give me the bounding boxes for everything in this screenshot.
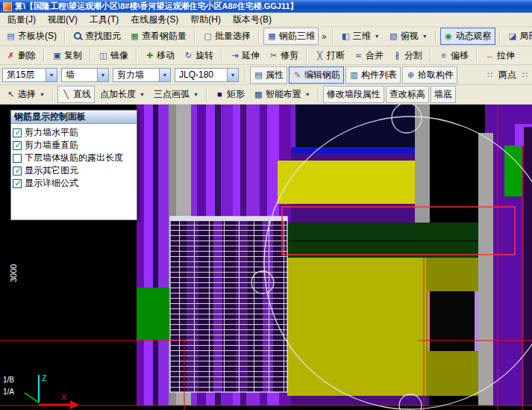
toolbar-overflow-chevron[interactable]: » — [320, 31, 328, 42]
stretch-icon — [485, 51, 495, 60]
trim-button[interactable]: 修剪 — [265, 47, 302, 64]
menu-online-services[interactable]: 在线服务(S) — [125, 12, 184, 28]
aux-axis-group: 两点 — [485, 66, 530, 84]
checkbox[interactable] — [13, 128, 22, 137]
separator — [221, 49, 222, 62]
batch-select-button[interactable]: 批量选择 — [199, 28, 254, 45]
titlebar[interactable]: 算\【国隆工程\望运观潮小区\8#楼\香河望运观潮住宅小区A8#住宅楼.GGJ1… — [0, 0, 532, 13]
smart-layout-dropdown[interactable]: 智能布置 ▼ — [250, 86, 314, 103]
edit-rebar-button[interactable]: 编辑钢筋 — [289, 66, 344, 84]
app-icon — [3, 2, 12, 11]
panel-body: 剪力墙水平筋 剪力墙垂直筋 下层墙体纵筋的露出长度 显示其它图元 显示详细公式 — [11, 124, 137, 220]
floor-select[interactable]: 第15层 ▼ — [2, 68, 57, 82]
partial-3d-button[interactable]: 局部三维 — [504, 28, 532, 45]
chevron-down-icon: ▼ — [422, 34, 428, 39]
dynamic-orbit-button[interactable]: 动态观察 — [440, 28, 495, 45]
panel-row-show-detailed-formula[interactable]: 显示详细公式 — [13, 177, 135, 190]
component-name-select[interactable]: JLQ-180 ▼ — [175, 68, 239, 82]
copy-button[interactable]: 复制 — [48, 47, 86, 64]
chevron-down-icon[interactable]: ▼ — [97, 69, 108, 81]
chevron-down-icon[interactable]: ▼ — [159, 69, 170, 81]
cube-3d-icon — [341, 31, 351, 41]
view-rebar-qty-button[interactable]: 查看钢筋量 — [126, 28, 190, 45]
pencil-icon — [292, 70, 302, 80]
move-icon — [145, 51, 154, 60]
mirror-button[interactable]: 镜像 — [95, 47, 132, 64]
panel-row-lower-wall-exposed-length[interactable]: 下层墙体纵筋的露出长度 — [13, 152, 135, 164]
checkbox-label: 剪力墙水平筋 — [25, 126, 78, 139]
break-button[interactable]: 打断 — [311, 47, 348, 64]
panel-title[interactable]: 钢筋显示控制面板 — [11, 111, 137, 124]
component-list-button[interactable]: 构件列表 — [345, 66, 401, 84]
merge-button[interactable]: 合并 — [350, 47, 387, 64]
rectangle-icon — [215, 90, 225, 99]
chevron-down-icon[interactable]: ▼ — [46, 69, 57, 81]
panel-row-show-other-elements[interactable]: 显示其它图元 — [13, 164, 135, 177]
type-select[interactable]: 剪力墙 ▼ — [113, 68, 171, 82]
chevron-down-icon: ▼ — [305, 92, 310, 97]
wall-bottom-button[interactable]: 墙底 — [431, 86, 456, 103]
separator — [306, 49, 307, 62]
aux-axis-icon[interactable] — [520, 70, 530, 80]
find-element-button[interactable]: 查找图元 — [69, 28, 125, 45]
arc-3pt-dropdown[interactable]: 三点画弧 ▼ — [150, 86, 202, 103]
orbit-icon — [444, 31, 454, 41]
trim-icon — [269, 51, 278, 60]
attributes-button[interactable]: 属性 — [250, 66, 287, 84]
delete-button[interactable]: 删除 — [2, 47, 40, 64]
checkbox[interactable] — [13, 154, 22, 163]
checkbox[interactable] — [13, 141, 22, 150]
rotate-button[interactable]: 旋转 — [180, 47, 217, 64]
move-button[interactable]: 移动 — [141, 47, 178, 64]
chevron-down-icon: ▼ — [193, 92, 198, 97]
menu-version[interactable]: 版本号(B) — [227, 12, 278, 28]
separator — [258, 30, 260, 43]
checkbox-label: 显示其它图元 — [25, 164, 78, 177]
view-3d-dropdown[interactable]: 三维 ▼ — [337, 28, 384, 45]
extend-button[interactable]: 延伸 — [226, 47, 263, 64]
stretch-button[interactable]: 拉伸 — [481, 47, 519, 64]
panel-row-vertical-rebar[interactable]: 剪力墙垂直筋 — [13, 139, 135, 152]
mirror-icon — [98, 51, 108, 60]
rect-tool-button[interactable]: 矩形 — [211, 86, 248, 103]
panel-row-horizontal-rebar[interactable]: 剪力墙水平筋 — [13, 126, 135, 139]
separator — [64, 30, 66, 43]
separator — [194, 30, 195, 43]
align-slab-button[interactable]: 齐板块(S) — [2, 28, 60, 45]
line-tool-button[interactable]: 直线 — [57, 86, 95, 103]
magnifier-icon — [73, 31, 83, 41]
view-top-dropdown[interactable]: 俯视 ▼ — [385, 28, 431, 45]
split-button[interactable]: 分割 — [389, 47, 426, 64]
rebar-3d-icon — [267, 31, 277, 41]
chevron-down-icon[interactable]: ▼ — [227, 69, 238, 81]
toolbar-view: 齐板块(S) 查找图元 查看钢筋量 批量选择 钢筋三维 » 三维 ▼ — [0, 27, 532, 46]
pick-component-button[interactable]: 拾取构件 — [402, 66, 457, 84]
window-title: 算\【国隆工程\望运观潮小区\8#楼\香河望运观潮住宅小区A8#住宅楼.GGJ1… — [15, 1, 298, 12]
ucs-x-label: X — [61, 393, 67, 402]
modify-wall-attr-button[interactable]: 修改墙段属性 — [323, 86, 384, 103]
menu-help[interactable]: 帮助(H) — [184, 12, 227, 28]
menu-tools[interactable]: 工具(T) — [84, 12, 125, 28]
separator — [430, 49, 431, 62]
menu-rebar-qty[interactable]: 筋量(J) — [1, 12, 42, 28]
edit-elevation-button[interactable]: 查改标高 — [386, 86, 429, 103]
separator — [332, 30, 334, 43]
delete-icon — [6, 51, 16, 60]
select-tool-dropdown[interactable]: 选择 ▼ — [2, 86, 48, 103]
checkbox[interactable] — [13, 179, 22, 188]
separator — [90, 49, 91, 62]
chevron-down-icon: ▼ — [375, 34, 380, 39]
ucs-z-label: Z — [42, 373, 47, 382]
checkbox[interactable] — [13, 167, 22, 176]
two-points-button[interactable]: 两点 — [495, 66, 520, 84]
viewport-3d[interactable]: 3000 1/B 1/A Z X 钢筋显示控制 — [0, 105, 532, 410]
menu-view[interactable]: 视图(V) — [42, 12, 84, 28]
grid-axis-label: 1/B — [3, 376, 14, 384]
grid-axis-label: 1/A — [3, 388, 14, 396]
partial-3d-icon — [508, 31, 518, 41]
aux-axis-icon[interactable] — [485, 70, 495, 80]
offset-button[interactable]: 偏移 — [435, 47, 472, 64]
rebar-3d-button[interactable]: 钢筋三维 — [263, 28, 319, 45]
point-length-dropdown[interactable]: 点加长度 ▼ — [96, 86, 148, 103]
category-select[interactable]: 墙 ▼ — [61, 68, 109, 82]
